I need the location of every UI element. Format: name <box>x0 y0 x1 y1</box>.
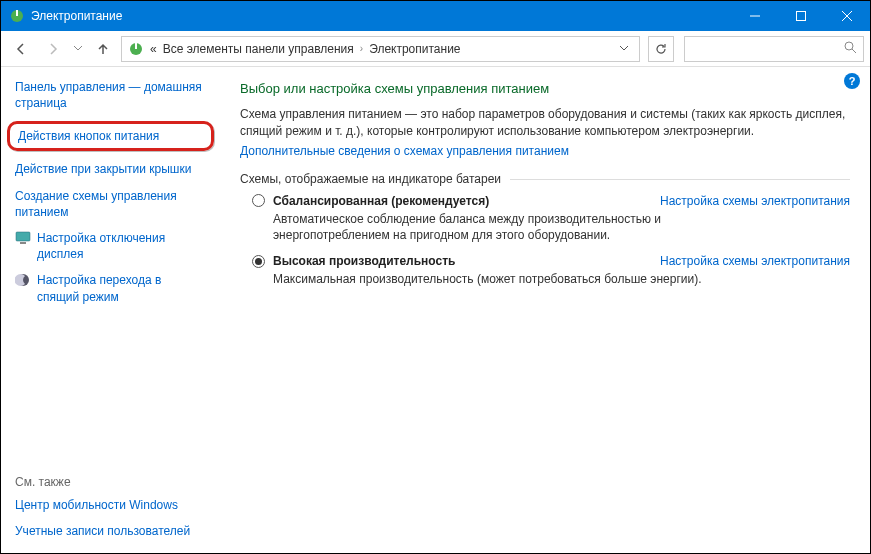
plans-group: Схемы, отображаемые на индикаторе батаре… <box>240 172 850 288</box>
see-also-mobility[interactable]: Центр мобильности Windows <box>15 497 206 513</box>
content: Панель управления — домашняя страница Де… <box>1 67 870 553</box>
page-description: Схема управления питанием — это набор па… <box>240 106 850 140</box>
svg-rect-7 <box>135 43 137 49</box>
monitor-icon <box>15 230 31 246</box>
svg-rect-10 <box>16 232 30 241</box>
plan-desc-high-performance: Максимальная производительность (может п… <box>273 271 713 288</box>
search-icon <box>844 41 857 57</box>
search-input[interactable] <box>684 36 864 62</box>
svg-point-8 <box>845 42 853 50</box>
svg-rect-1 <box>16 10 18 16</box>
sidebar-item-sleep[interactable]: Настройка перехода в спящий режим <box>15 272 206 304</box>
radio-balanced[interactable] <box>252 194 265 207</box>
sidebar-home-link[interactable]: Панель управления — домашняя страница <box>15 79 206 111</box>
see-also-label: См. также <box>15 475 206 489</box>
plan-settings-high-performance[interactable]: Настройка схемы электропитания <box>660 254 850 268</box>
breadcrumb-current[interactable]: Электропитание <box>369 42 460 56</box>
svg-rect-3 <box>797 12 806 21</box>
see-also-accounts[interactable]: Учетные записи пользователей <box>15 523 206 539</box>
plan-desc-balanced: Автоматическое соблюдение баланса между … <box>273 211 713 245</box>
chevron-right-icon: › <box>360 43 363 54</box>
plan-balanced: Сбалансированная (рекомендуется) Настрой… <box>252 194 850 245</box>
help-icon[interactable]: ? <box>844 73 860 89</box>
group-label: Схемы, отображаемые на индикаторе батаре… <box>240 172 850 186</box>
sidebar: Панель управления — домашняя страница Де… <box>1 67 216 553</box>
sidebar-item-display-off[interactable]: Настройка отключения дисплея <box>15 230 206 262</box>
window-controls <box>732 1 870 31</box>
page-heading: Выбор или настройка схемы управления пит… <box>240 81 850 96</box>
more-info-link[interactable]: Дополнительные сведения о схемах управле… <box>240 144 569 158</box>
app-icon <box>9 8 25 24</box>
radio-high-performance[interactable] <box>252 255 265 268</box>
window-title: Электропитание <box>31 9 122 23</box>
power-icon <box>128 41 144 57</box>
recent-dropdown[interactable] <box>73 42 83 56</box>
moon-icon <box>15 272 31 288</box>
sidebar-item-create-plan[interactable]: Создание схемы управления питанием <box>15 188 206 220</box>
close-button[interactable] <box>824 1 870 31</box>
breadcrumb-prefix: « <box>150 42 157 56</box>
up-button[interactable] <box>89 35 117 63</box>
breadcrumb-dropdown[interactable] <box>615 42 633 56</box>
plan-high-performance: Высокая производительность Настройка схе… <box>252 254 850 288</box>
svg-rect-11 <box>20 242 26 244</box>
titlebar: Электропитание <box>1 1 870 31</box>
breadcrumb-parent[interactable]: Все элементы панели управления <box>163 42 354 56</box>
plan-name-balanced[interactable]: Сбалансированная (рекомендуется) <box>273 194 489 208</box>
breadcrumb[interactable]: « Все элементы панели управления › Элект… <box>121 36 640 62</box>
plan-settings-balanced[interactable]: Настройка схемы электропитания <box>660 194 850 208</box>
plan-name-high-performance[interactable]: Высокая производительность <box>273 254 455 268</box>
maximize-button[interactable] <box>778 1 824 31</box>
refresh-button[interactable] <box>648 36 674 62</box>
main-panel: ? Выбор или настройка схемы управления п… <box>216 67 870 553</box>
back-button[interactable] <box>7 35 35 63</box>
sidebar-item-lid[interactable]: Действие при закрытии крышки <box>15 161 206 177</box>
minimize-button[interactable] <box>732 1 778 31</box>
svg-line-9 <box>852 49 856 53</box>
forward-button[interactable] <box>39 35 67 63</box>
sidebar-item-power-buttons[interactable]: Действия кнопок питания <box>7 121 214 151</box>
navbar: « Все элементы панели управления › Элект… <box>1 31 870 67</box>
